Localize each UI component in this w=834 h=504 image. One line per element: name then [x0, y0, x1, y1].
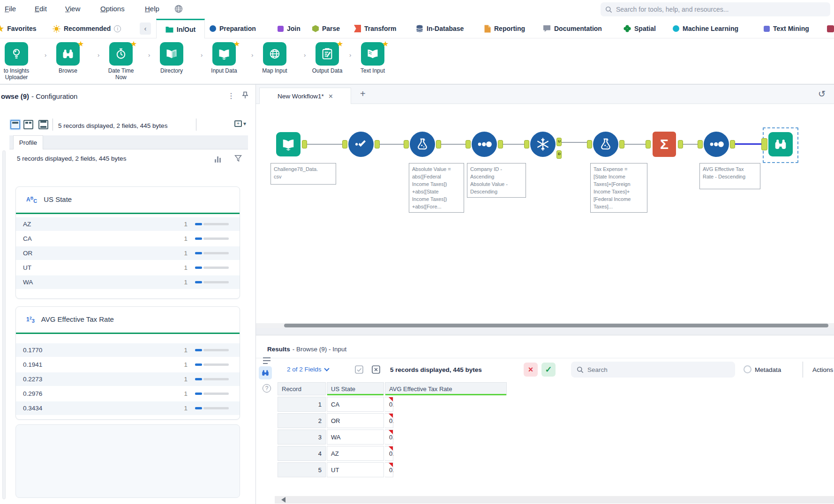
profile-row[interactable]: 0.34341: [16, 401, 240, 415]
node-browse[interactable]: [768, 132, 793, 156]
favorite-star-icon[interactable]: ★: [233, 39, 240, 48]
menu-edit[interactable]: Edit: [35, 5, 47, 13]
connection-wire[interactable]: [307, 144, 342, 145]
category-preparation[interactable]: Preparation: [210, 19, 256, 38]
tab-new-workflow1[interactable]: New Workflow1* ×: [259, 88, 351, 104]
browse-view-icon-selected[interactable]: [259, 366, 272, 379]
category-spatial[interactable]: Spatial: [624, 19, 656, 38]
cell-record[interactable]: 3: [278, 430, 326, 445]
cell-us-state[interactable]: UT: [327, 462, 384, 477]
tool-date-time-now[interactable]: › ★ Date Time Now: [99, 42, 143, 81]
favorite-star-icon[interactable]: ★: [382, 39, 389, 48]
output-anchor[interactable]: [302, 140, 307, 148]
node-formula-2[interactable]: [593, 132, 618, 157]
category-reporting[interactable]: Reporting: [484, 19, 525, 38]
cell-us-state[interactable]: OR: [327, 413, 384, 428]
scrollbar-thumb[interactable]: [284, 324, 828, 327]
kebab-menu-icon[interactable]: ⋮: [227, 91, 235, 100]
menu-help[interactable]: Help: [145, 5, 159, 13]
select-all-checkbox-icon[interactable]: [354, 365, 364, 374]
cell-record[interactable]: 2: [278, 413, 326, 428]
input-anchor[interactable]: [342, 140, 347, 148]
input-anchor[interactable]: [698, 140, 703, 148]
input-anchor[interactable]: [524, 140, 529, 148]
favorite-star-icon[interactable]: ★: [337, 39, 343, 48]
category-transform[interactable]: Transform: [354, 19, 396, 38]
cell-record[interactable]: 4: [278, 446, 326, 461]
output-anchor[interactable]: [498, 140, 503, 148]
favorite-star-icon[interactable]: ★: [77, 39, 84, 48]
output-anchor[interactable]: [436, 140, 441, 148]
connection-wire[interactable]: [503, 144, 524, 145]
connection-wire[interactable]: [380, 144, 404, 145]
profile-row[interactable]: 0.29761: [16, 387, 240, 400]
profile-row[interactable]: WA1: [16, 275, 240, 289]
profile-row[interactable]: 0.22731: [16, 372, 240, 386]
fields-selector-dropdown[interactable]: 2 of 2 Fields: [287, 366, 329, 373]
node-formula-1[interactable]: [410, 132, 435, 157]
layout-two-rows-button[interactable]: [38, 120, 48, 129]
node-select[interactable]: [348, 132, 374, 157]
connection-wire[interactable]: [441, 144, 466, 145]
cancel-button[interactable]: ×: [524, 363, 538, 377]
category-recommended[interactable]: Recommended i: [53, 19, 121, 38]
help-icon[interactable]: ?: [263, 384, 271, 393]
tab-profile[interactable]: Profile: [13, 135, 43, 149]
profile-row[interactable]: AZ1: [16, 217, 240, 231]
cell-us-state[interactable]: WA: [327, 430, 384, 445]
profile-row[interactable]: CA1: [16, 232, 240, 245]
profile-row[interactable]: 0.19411: [16, 358, 240, 371]
cell-tax-rate[interactable]: 0.177096: [385, 462, 393, 477]
output-anchor[interactable]: [678, 140, 683, 148]
category-machine-learning[interactable]: Machine Learning: [673, 19, 738, 38]
input-anchor[interactable]: [587, 140, 592, 148]
output-anchor[interactable]: [730, 140, 735, 148]
results-search-input[interactable]: [587, 366, 729, 373]
menu-file[interactable]: File: [5, 5, 16, 13]
workflow-canvas[interactable]: Challenge78_Data. csv Absolute Value = a…: [256, 104, 834, 328]
cell-tax-rate[interactable]: 0.297602: [385, 413, 393, 428]
tool-map-input[interactable]: › Map Input: [253, 42, 296, 74]
input-anchor[interactable]: [404, 140, 409, 148]
category-tab-inout-selected[interactable]: In/Out: [156, 19, 205, 38]
scroll-left-arrow[interactable]: [281, 497, 286, 503]
actions-menu[interactable]: Actions: [812, 366, 833, 373]
profile-row[interactable]: 0.17701: [16, 343, 240, 357]
tool-text-input[interactable]: › ★ Text Input: [351, 42, 394, 74]
connection-wire[interactable]: [562, 142, 587, 143]
connection-wire-selected[interactable]: [735, 143, 761, 145]
layout-single-pane-button[interactable]: [10, 120, 20, 129]
node-annotation[interactable]: Company ID - Ascending Absolute Value - …: [467, 163, 526, 198]
category-partial-icon[interactable]: [827, 19, 834, 38]
node-annotation[interactable]: Tax Expense = [State Income Taxes]+[Fore…: [590, 163, 647, 213]
category-join[interactable]: Join: [278, 19, 301, 38]
layout-two-columns-button[interactable]: [23, 120, 33, 129]
chart-icon[interactable]: [215, 156, 221, 163]
column-header-us-state[interactable]: US State: [327, 382, 384, 395]
metadata-radio[interactable]: [744, 365, 751, 373]
cell-tax-rate[interactable]: 0.19413: [385, 446, 393, 461]
node-input-data[interactable]: [276, 132, 301, 156]
connection-wire[interactable]: [624, 144, 646, 145]
cell-us-state[interactable]: CA: [327, 397, 384, 412]
cell-record[interactable]: 1: [278, 397, 326, 412]
results-horizontal-scrollbar[interactable]: [275, 496, 834, 504]
list-view-icon[interactable]: [262, 356, 271, 365]
globe-icon[interactable]: [174, 5, 183, 13]
node-sort-1[interactable]: [472, 132, 497, 157]
output-anchor[interactable]: [375, 140, 380, 148]
global-search[interactable]: [601, 2, 830, 16]
results-search[interactable]: [571, 362, 735, 378]
output-anchor[interactable]: [619, 140, 624, 148]
input-anchor[interactable]: [761, 138, 767, 150]
cell-tax-rate[interactable]: 0.227388: [385, 430, 393, 445]
tool-output-data[interactable]: › ★ Output Data: [306, 42, 349, 74]
category-parse[interactable]: Parse: [312, 19, 340, 38]
column-header-avg-effective-tax-rate[interactable]: AVG Effective Tax Rate: [385, 382, 507, 395]
profile-row[interactable]: UT1: [16, 261, 240, 274]
apply-button[interactable]: ✓: [541, 363, 556, 377]
menu-view[interactable]: View: [65, 5, 80, 13]
node-annotation[interactable]: Challenge78_Data. csv: [270, 163, 336, 185]
deselect-checkbox-icon[interactable]: [371, 365, 381, 374]
category-in-database[interactable]: In-Database: [416, 19, 464, 38]
